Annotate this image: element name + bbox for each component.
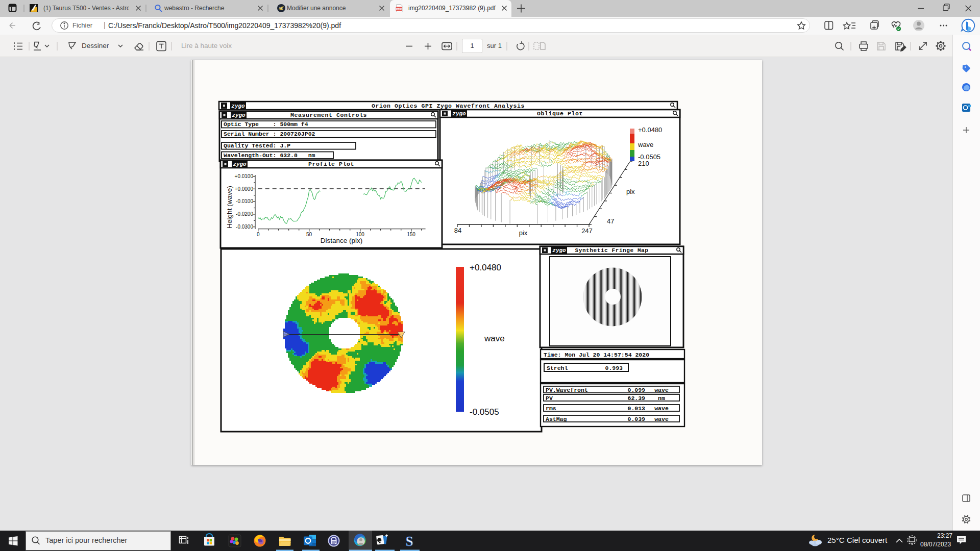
- svg-text:210: 210: [638, 160, 649, 167]
- svg-text:+0.0100: +0.0100: [235, 173, 254, 179]
- svg-text:nm: nm: [658, 395, 665, 402]
- svg-text:247: 247: [581, 227, 593, 235]
- svg-text:0: 0: [257, 232, 260, 237]
- svg-text:Strehl: Strehl: [547, 365, 568, 371]
- svg-text:zygo: zygo: [232, 112, 246, 118]
- svg-text:50: 50: [306, 232, 312, 237]
- svg-text:Height (wave): Height (wave): [226, 186, 233, 228]
- svg-text:wave: wave: [484, 334, 505, 343]
- svg-text:0.993: 0.993: [605, 365, 623, 371]
- svg-text:wave: wave: [638, 141, 653, 148]
- svg-text:62.39: 62.39: [627, 395, 645, 402]
- svg-text:Synthetic Fringe Map: Synthetic Fringe Map: [575, 247, 648, 254]
- svg-text:Distance (pix): Distance (pix): [321, 237, 363, 244]
- svg-text:rms: rms: [546, 405, 556, 412]
- svg-text:Wavelength-Out: 632.8 nm: Wavelength-Out: 632.8 nm: [224, 152, 315, 159]
- svg-text:Time: Mon Jul 20 14:57:54 2020: Time: Mon Jul 20 14:57:54 2020: [544, 352, 649, 358]
- svg-text:-0.0300: -0.0300: [236, 224, 253, 230]
- svg-text:-0.0200: -0.0200: [236, 211, 253, 217]
- svg-text:-0.0505: -0.0505: [470, 407, 499, 417]
- svg-text:zygo: zygo: [231, 103, 245, 109]
- svg-text:47: 47: [607, 217, 614, 225]
- svg-text:zygo: zygo: [452, 111, 466, 117]
- svg-text:AstMag: AstMag: [546, 416, 567, 422]
- svg-text:+0.0480: +0.0480: [470, 263, 501, 272]
- svg-text:PV.Wavefront: PV.Wavefront: [546, 387, 588, 393]
- svg-text:Measurement Controls: Measurement Controls: [290, 112, 367, 118]
- svg-text:0.039: 0.039: [627, 416, 645, 422]
- svg-text:150: 150: [407, 232, 415, 237]
- svg-text:-0.0100: -0.0100: [236, 198, 253, 204]
- svg-text:Profile Plot: Profile Plot: [308, 161, 354, 167]
- svg-text:wave: wave: [654, 416, 669, 422]
- svg-text:zygo: zygo: [552, 247, 566, 254]
- svg-text:Serial Number : 200720JP02: Serial Number : 200720JP02: [224, 131, 315, 137]
- svg-text:pix: pix: [519, 229, 528, 237]
- svg-text:0.013: 0.013: [627, 405, 645, 412]
- svg-text:wave: wave: [654, 405, 669, 412]
- svg-text:zygo: zygo: [233, 161, 247, 167]
- svg-text:Optic Type : 500mm f4: Optic Type : 500mm f4: [224, 121, 308, 128]
- svg-text:+0.0480: +0.0480: [638, 126, 662, 134]
- svg-text:wave: wave: [654, 387, 669, 393]
- svg-text:0.099: 0.099: [627, 387, 645, 393]
- svg-text:pix: pix: [626, 188, 635, 195]
- svg-text:PV: PV: [546, 395, 553, 402]
- svg-text:Oblique Plot: Oblique Plot: [537, 110, 583, 117]
- svg-text:+0.0000: +0.0000: [235, 186, 254, 192]
- svg-text:84: 84: [454, 227, 461, 234]
- svg-text:Quality Tested: J.P: Quality Tested: J.P: [224, 142, 290, 149]
- svg-text:Orion Optics GPI Zygo Wavefron: Orion Optics GPI Zygo Wavefront Analysis: [372, 103, 525, 109]
